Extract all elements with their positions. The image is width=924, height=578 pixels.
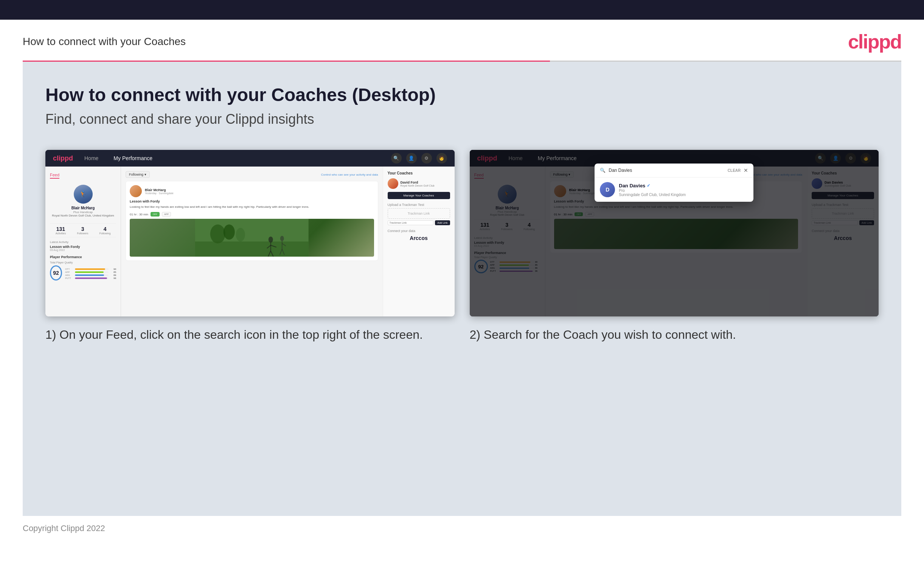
main-content: How to connect with your Coaches (Deskto… — [23, 62, 901, 516]
nav-logo-1: clippd — [53, 154, 73, 162]
header: How to connect with your Coaches clippd — [0, 19, 924, 60]
coach-card-name-1: David Ford — [401, 180, 435, 184]
metric-ott-bar — [75, 268, 108, 270]
clear-btn[interactable]: CLEAR — [728, 169, 741, 173]
result-avatar: D — [600, 182, 615, 197]
metric-bars: OTT 90 APP 85 — [65, 268, 116, 280]
copyright-text: Copyright Clippd 2022 — [23, 523, 105, 533]
profile-icon[interactable]: 👤 — [406, 153, 417, 164]
screenshots-row: clippd Home My Performance 🔍 👤 ⚙ 🧑 Feed — [45, 150, 879, 343]
search-modal: 🔍 Dan Davies CLEAR ✕ D Dan Davies ✓ Pro — [595, 164, 753, 202]
duration-row: 01 hr : 30 min OFF APP — [130, 212, 374, 216]
result-role: Pro — [619, 188, 686, 193]
stat-activities: 131 Activities — [56, 226, 66, 235]
metric-app-bar — [75, 271, 108, 273]
svg-point-14 — [223, 224, 235, 240]
step-1-text: 1) On your Feed, click on the search ico… — [45, 327, 455, 343]
add-link-btn[interactable]: Add Link — [435, 220, 450, 225]
duration-text: 01 hr : 30 min — [130, 213, 148, 216]
stat-activities-label: Activities — [56, 232, 66, 235]
metric-ott: OTT 90 — [65, 268, 116, 270]
perf-title: Player Performance — [50, 255, 116, 259]
search-result[interactable]: D Dan Davies ✓ Pro Sunningdale Golf Club… — [595, 177, 753, 202]
metric-putt-value: 96 — [110, 277, 116, 279]
step-1-description: 1) On your Feed, click on the search ico… — [45, 327, 455, 343]
svg-point-15 — [236, 228, 245, 242]
trackman-input[interactable] — [388, 220, 434, 225]
page-title: How to connect with your Coaches — [23, 36, 186, 48]
result-name: Dan Davies ✓ — [619, 183, 686, 188]
search-icon[interactable]: 🔍 — [391, 153, 402, 164]
coach-info-center: Blair McHarg Yesterday · Sunningdale — [145, 188, 173, 195]
metric-putt-bar — [75, 278, 108, 279]
feed-tab[interactable]: Feed — [50, 173, 59, 179]
trackman-box: Trackman Link — [388, 208, 450, 219]
left-panel-1: Feed 🏌 Blair McHarg Plus Handicap Royal … — [45, 167, 121, 317]
stat-following-label: Following — [99, 232, 111, 235]
result-info: Dan Davies ✓ Pro Sunningdale Golf Club, … — [619, 183, 686, 197]
stats-row-1: 131 Activities 3 Followers 4 Following — [50, 223, 116, 237]
following-row: Following ▾ Control who can see your act… — [126, 171, 378, 178]
tag-btn-app[interactable]: APP — [162, 212, 171, 216]
stat-followers: 3 Followers — [77, 226, 89, 235]
svg-rect-1 — [195, 242, 309, 257]
avatar-inner-1: 🏌 — [74, 185, 93, 204]
latest-activity-label: Latest Activity — [50, 240, 116, 244]
footer: Copyright Clippd 2022 — [0, 516, 924, 541]
stat-followers-num: 3 — [77, 226, 89, 232]
following-btn[interactable]: Following ▾ — [126, 171, 150, 178]
browser-content-1: Feed 🏌 Blair McHarg Plus Handicap Royal … — [45, 167, 455, 317]
profile-club-1: Royal North Devon Golf Club, United King… — [52, 214, 115, 217]
verified-icon: ✓ — [647, 183, 650, 188]
lesson-title: Lesson with Fordy — [130, 200, 374, 203]
control-link[interactable]: Control who can see your activity and da… — [321, 173, 378, 176]
avatar-icon[interactable]: 🧑 — [437, 153, 447, 164]
coach-card-avatar-1 — [388, 178, 398, 189]
coach-name-center: Blair McHarg — [145, 188, 173, 192]
tag-btn-off[interactable]: OFF — [150, 212, 160, 216]
center-panel-1: Following ▾ Control who can see your act… — [121, 167, 383, 317]
lesson-header: Blair McHarg Yesterday · Sunningdale — [130, 185, 374, 197]
profile-handicap-1: Plus Handicap — [52, 211, 115, 214]
metric-app: APP 85 — [65, 271, 116, 273]
following-label: Following — [129, 173, 143, 176]
manage-coaches-btn[interactable]: Manage Your Coaches — [388, 192, 450, 199]
metric-app-label: APP — [65, 271, 73, 273]
trackman-section: Upload a Trackman Test Trackman Link Add… — [388, 203, 450, 225]
metric-app-value: 85 — [110, 271, 116, 273]
lesson-card: Blair McHarg Yesterday · Sunningdale Les… — [126, 181, 378, 261]
settings-icon[interactable]: ⚙ — [421, 153, 432, 164]
metric-putt: PUTT 96 — [65, 277, 116, 279]
score-circle: 92 — [50, 265, 62, 281]
right-panel-1: Your Coaches David Ford Royal North Devo… — [383, 167, 455, 317]
coach-card-info-1: David Ford Royal North Devon Golf Club — [401, 180, 435, 187]
latest-activity-1: Latest Activity Lesson with Fordy 03 Aug… — [50, 240, 116, 251]
screenshot-2-block: clippd Home My Performance 🔍 👤 ⚙ 🧑 — [470, 150, 879, 343]
coach-meta-center: Yesterday · Sunningdale — [145, 192, 173, 195]
close-search-btn[interactable]: ✕ — [744, 167, 748, 174]
section-subtitle: Find, connect and share your Clippd insi… — [45, 111, 879, 127]
browser-screenshot-1: clippd Home My Performance 🔍 👤 ⚙ 🧑 Feed — [45, 150, 455, 317]
coach-card-1: David Ford Royal North Devon Golf Club — [388, 178, 450, 189]
lesson-image — [130, 219, 374, 257]
trackman-title: Upload a Trackman Test — [388, 203, 450, 207]
stat-following: 4 Following — [99, 226, 111, 235]
metric-arg-label: ARG — [65, 274, 73, 276]
nav-my-performance-1[interactable]: My Performance — [110, 154, 156, 163]
top-bar — [0, 0, 924, 19]
metric-putt-label: PUTT — [65, 277, 73, 279]
result-club: Sunningdale Golf Club, United Kingdom — [619, 193, 686, 197]
stat-activities-num: 131 — [56, 226, 66, 232]
browser-screenshot-2: clippd Home My Performance 🔍 👤 ⚙ 🧑 — [470, 150, 879, 317]
profile-name-1: Blair McHarg — [52, 206, 115, 211]
connect-section: Connect your data — [388, 229, 450, 233]
stat-followers-label: Followers — [77, 232, 89, 235]
perf-sub: Total Player Quality — [50, 261, 116, 264]
nav-home-1[interactable]: Home — [81, 154, 102, 163]
coaches-title: Your Coaches — [388, 171, 450, 175]
nav-icons-1: 🔍 👤 ⚙ 🧑 — [391, 153, 447, 164]
coach-avatar-center — [130, 185, 142, 197]
performance-section-1: Player Performance Total Player Quality … — [50, 255, 116, 283]
metric-arg-value: 86 — [110, 274, 116, 276]
avatar-1: 🏌 — [74, 185, 93, 204]
